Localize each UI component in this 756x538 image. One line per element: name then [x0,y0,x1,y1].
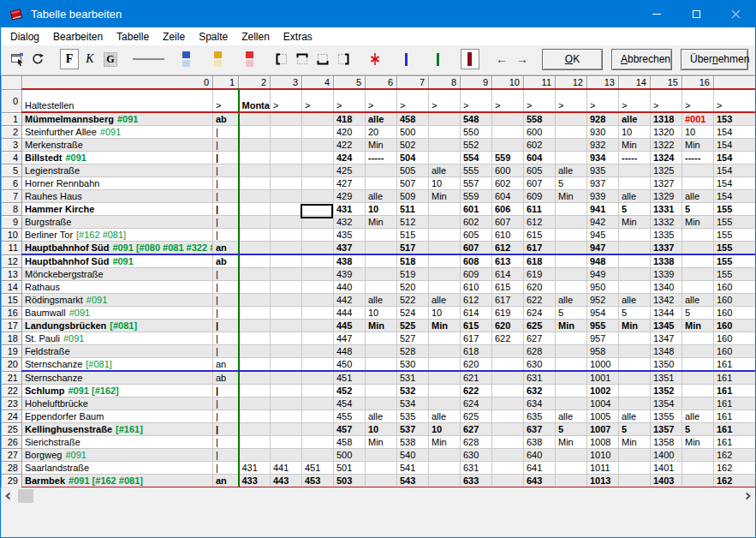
time-cell[interactable] [682,268,714,281]
stop-marker-cell[interactable]: an [213,475,239,488]
time-cell[interactable]: 612 [524,216,556,229]
time-cell[interactable]: 453 [302,475,334,488]
time-cell[interactable]: Min [366,436,397,449]
time-cell[interactable] [429,254,461,268]
time-cell[interactable]: 1348 [651,345,682,358]
time-cell[interactable] [682,398,714,410]
time-cell[interactable] [682,449,714,462]
time-cell[interactable]: 622 [524,294,556,307]
time-cell[interactable]: 941 [587,203,619,216]
time-cell[interactable]: Min [556,320,587,332]
time-cell[interactable]: 1008 [587,436,619,449]
time-cell[interactable]: Min [619,436,651,449]
stop-marker-cell[interactable]: | [213,332,239,345]
time-cell[interactable]: 435 [334,229,366,242]
time-cell[interactable] [239,307,271,320]
time-cell[interactable]: 633 [461,475,492,488]
time-cell[interactable]: 606 [492,203,524,216]
station-cell[interactable]: St. Pauli#091 [22,332,213,345]
time-cell[interactable] [302,436,334,449]
time-cell[interactable] [239,203,271,216]
time-cell[interactable] [619,242,651,255]
time-cell[interactable]: 1318 [651,112,682,126]
time-cell[interactable] [302,126,334,139]
time-cell[interactable]: 609 [524,190,556,203]
stop-marker-cell[interactable]: an [213,242,239,255]
border-right-button[interactable] [334,49,353,69]
time-cell[interactable]: 5 [682,423,714,436]
time-cell[interactable] [556,462,587,475]
time-cell[interactable]: Min [682,139,714,152]
time-cell[interactable]: 620 [461,358,492,372]
station-cell[interactable]: Borgweg#091 [22,449,213,462]
row-header-25[interactable]: 25 [2,423,22,436]
time-cell[interactable]: 641 [524,462,556,475]
time-cell[interactable]: 947 [587,242,619,255]
stop-marker-cell[interactable]: | [213,307,239,320]
time-cell[interactable]: 618 [524,254,556,268]
bold-button[interactable]: F [60,49,79,69]
time-cell[interactable] [239,320,271,332]
time-cell[interactable] [429,268,461,281]
time-cell[interactable] [492,126,524,139]
time-cell[interactable] [271,242,302,255]
stop-marker-cell[interactable]: | [213,449,239,462]
station-cell[interactable]: Sierichstraße [22,436,213,449]
row-header-21[interactable]: 21 [2,371,22,385]
time-cell[interactable]: 522 [397,294,429,307]
station-cell[interactable]: Haltestellen [22,89,213,112]
time-cell[interactable] [239,242,271,255]
time-cell[interactable]: 10 [429,307,461,320]
time-cell[interactable]: 1325 [651,164,682,177]
time-cell[interactable] [302,190,334,203]
time-cell[interactable]: alle [556,294,587,307]
time-cell[interactable]: 558 [524,112,556,126]
station-cell[interactable]: Feldstraße [22,345,213,358]
time-cell[interactable]: 532 [397,385,429,398]
time-cell[interactable]: 458 [334,436,366,449]
time-cell[interactable]: 614 [492,268,524,281]
time-cell[interactable]: 600 [524,126,556,139]
row-header-26[interactable]: 26 [2,436,22,449]
time-cell[interactable]: 611 [524,203,556,216]
minimize-button[interactable] [637,1,676,27]
time-cell[interactable]: 950 [587,281,619,294]
stop-marker-cell[interactable]: | [213,423,239,436]
time-cell[interactable]: 520 [397,281,429,294]
time-cell[interactable]: > [271,89,302,112]
time-cell[interactable] [271,229,302,242]
time-cell[interactable] [271,190,302,203]
time-cell[interactable]: 161 [714,358,756,372]
time-cell[interactable]: 552 [461,139,492,152]
time-cell[interactable]: 607 [524,177,556,190]
time-cell[interactable]: 1335 [651,229,682,242]
horizontal-scrollbar[interactable] [1,487,755,503]
time-cell[interactable] [682,177,714,190]
stop-marker-cell[interactable]: ab [213,371,239,385]
time-cell[interactable]: 954 [587,307,619,320]
time-cell[interactable]: 602 [461,216,492,229]
time-cell[interactable]: 945 [587,229,619,242]
station-cell[interactable]: Mönckebergstraße [22,268,213,281]
time-cell[interactable]: 640 [524,449,556,462]
time-cell[interactable]: 1358 [651,436,682,449]
time-cell[interactable] [366,332,397,345]
time-cell[interactable]: 5 [682,203,714,216]
column-header-13[interactable]: 13 [587,76,619,90]
time-cell[interactable] [556,112,587,126]
menu-item-extras[interactable]: Extras [277,29,319,45]
time-cell[interactable] [556,371,587,385]
time-cell[interactable]: 630 [524,358,556,372]
time-cell[interactable] [682,358,714,372]
time-cell[interactable] [429,112,461,126]
menu-item-bearbeiten[interactable]: Bearbeiten [46,29,110,45]
time-cell[interactable] [492,345,524,358]
time-cell[interactable] [302,423,334,436]
time-cell[interactable]: 1337 [651,242,682,255]
time-cell[interactable]: 5 [556,177,587,190]
time-cell[interactable]: 1342 [651,294,682,307]
time-cell[interactable]: 937 [587,177,619,190]
time-cell[interactable] [239,254,271,268]
time-cell[interactable]: 635 [524,410,556,423]
time-cell[interactable] [492,423,524,436]
